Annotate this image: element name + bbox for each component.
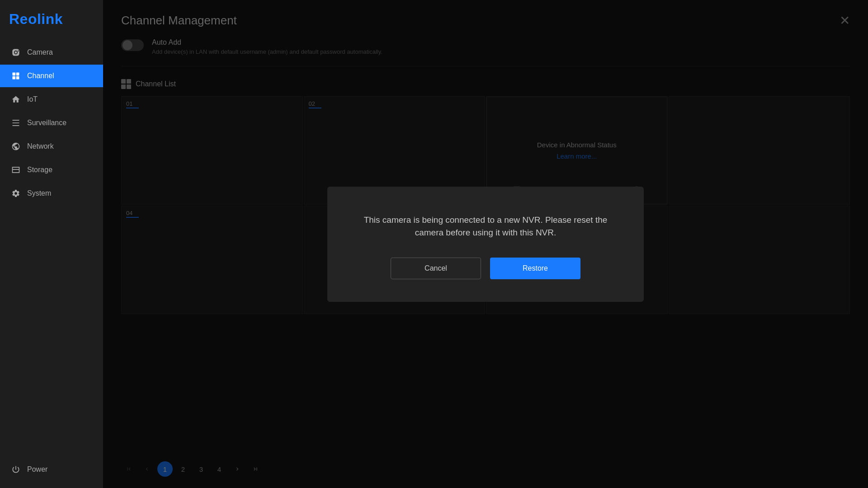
modal-dialog: This camera is being connected to a new …	[327, 187, 644, 302]
storage-icon	[11, 165, 21, 175]
modal-buttons: Cancel Restore	[354, 258, 617, 279]
sidebar-bottom: Power	[0, 455, 103, 488]
logo: Reolink	[0, 0, 103, 41]
main-content: Channel Management ✕ Auto Add Add device…	[103, 0, 868, 488]
iot-icon	[11, 94, 21, 104]
sidebar-item-network[interactable]: Network	[0, 135, 103, 158]
sidebar-item-system[interactable]: System	[0, 182, 103, 205]
sidebar-nav: Camera Channel IoT Surveillance Network	[0, 41, 103, 455]
power-icon	[11, 465, 21, 474]
app-name: Reolink	[9, 11, 94, 28]
sidebar-item-iot[interactable]: IoT	[0, 88, 103, 111]
cancel-button[interactable]: Cancel	[391, 258, 481, 279]
sidebar-label-storage: Storage	[27, 166, 52, 174]
channel-icon	[11, 71, 21, 81]
svg-rect-0	[13, 73, 16, 76]
sidebar-label-surveillance: Surveillance	[27, 119, 66, 127]
modal-message: This camera is being connected to a new …	[354, 214, 617, 239]
power-label: Power	[27, 465, 47, 474]
modal-overlay: This camera is being connected to a new …	[103, 0, 868, 488]
sidebar-label-camera: Camera	[27, 48, 53, 56]
sidebar-item-channel[interactable]: Channel	[0, 65, 103, 87]
svg-rect-3	[16, 76, 19, 80]
sidebar-label-system: System	[27, 189, 51, 197]
sidebar-item-storage[interactable]: Storage	[0, 159, 103, 181]
surveillance-icon	[11, 118, 21, 128]
svg-rect-1	[16, 73, 19, 76]
camera-icon	[11, 47, 21, 57]
sidebar-item-surveillance[interactable]: Surveillance	[0, 112, 103, 134]
sidebar-label-channel: Channel	[27, 72, 54, 80]
sidebar: Reolink Camera Channel IoT Surveillance	[0, 0, 103, 488]
system-icon	[11, 188, 21, 198]
svg-rect-2	[13, 76, 16, 80]
sidebar-label-iot: IoT	[27, 95, 38, 103]
network-icon	[11, 141, 21, 151]
power-button[interactable]: Power	[11, 465, 92, 474]
sidebar-label-network: Network	[27, 142, 54, 150]
sidebar-item-camera[interactable]: Camera	[0, 41, 103, 64]
restore-button[interactable]: Restore	[490, 258, 580, 279]
